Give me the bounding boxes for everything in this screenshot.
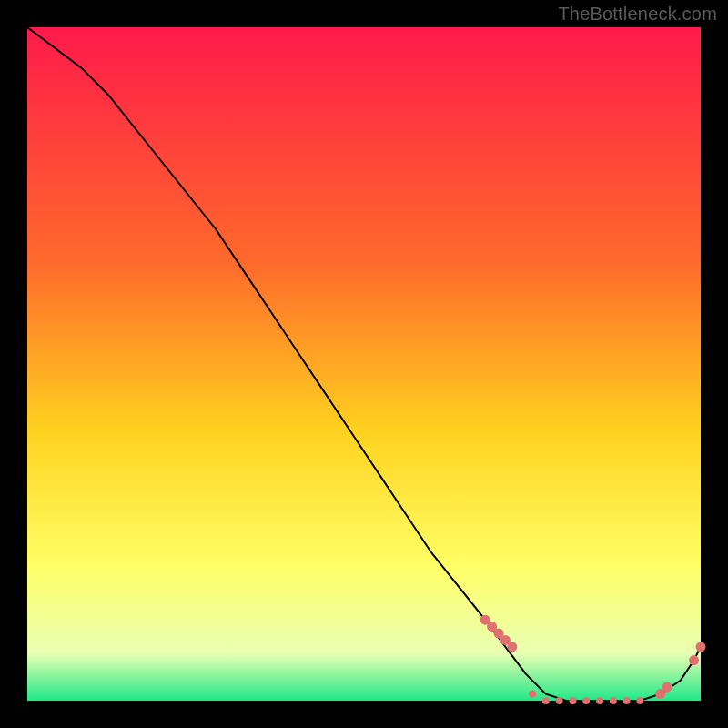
gradient-background	[27, 27, 701, 701]
marker-dot	[610, 697, 617, 704]
marker-dot	[689, 655, 699, 665]
marker-dot	[696, 642, 706, 652]
marker-dot	[542, 697, 550, 704]
marker-dot	[596, 697, 603, 704]
marker-dot	[529, 691, 536, 698]
bottleneck-plot	[0, 0, 728, 728]
chart-canvas: TheBottleneck.com	[0, 0, 728, 728]
marker-dot	[569, 697, 576, 704]
marker-dot	[662, 682, 672, 693]
marker-dot	[556, 697, 563, 704]
marker-dot	[623, 697, 631, 704]
watermark-label: TheBottleneck.com	[558, 4, 717, 25]
marker-dot	[507, 642, 517, 652]
marker-dot	[636, 697, 643, 704]
marker-dot	[582, 697, 590, 704]
